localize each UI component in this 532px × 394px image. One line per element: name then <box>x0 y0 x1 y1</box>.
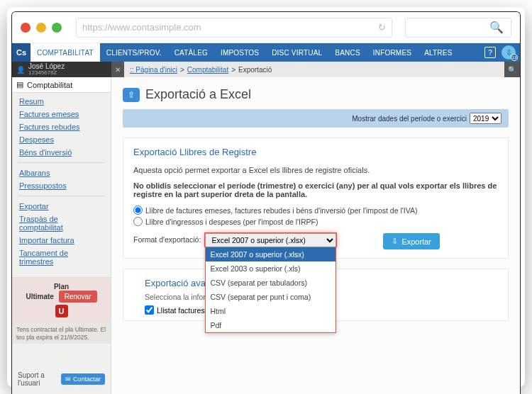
sidebar-title: ▤ Comptabilitat <box>12 77 111 93</box>
page-title-row: ⇧ Exportació a Excel <box>111 77 520 109</box>
support-label: Suport a l'usuari <box>18 371 61 387</box>
opt-pdf[interactable]: Pdf <box>206 318 336 332</box>
nav-informes[interactable]: INFORMES <box>367 43 418 62</box>
side-tancament[interactable]: Tancament de trimestres <box>12 247 111 268</box>
page-title: Exportació a Excel <box>145 87 251 102</box>
panel-llibres: Exportació Llibres de Registre Aquesta o… <box>123 137 509 259</box>
user-block[interactable]: 👤 José López 12345678Z <box>12 62 111 77</box>
format-options-open: Excel 2007 o superior (.xlsx) Excel 2003… <box>205 247 336 333</box>
side-albarans[interactable]: Albarans <box>12 167 111 179</box>
nav-disc[interactable]: DISC VIRTUAL <box>265 43 328 62</box>
period-select[interactable]: 2019 <box>470 113 501 124</box>
period-label: Mostrar dades del període o exercici <box>352 115 467 123</box>
export-button[interactable]: ⇩ Exportar <box>383 233 440 249</box>
chk-llistat[interactable] <box>145 305 154 315</box>
renew-button[interactable]: Renovar <box>59 291 97 303</box>
plan-badge: U <box>55 305 68 317</box>
side-pressupostos[interactable]: Pressupostos <box>12 179 111 192</box>
side-factures-emeses[interactable]: Factures emeses <box>12 108 111 120</box>
url-text: https://www.contasimple.com <box>82 22 201 33</box>
section1-title: Exportació Llibres de Registre <box>133 147 498 157</box>
mail-icon: ✉ <box>65 376 71 383</box>
period-bar: Mostrar dades del període o exercici 201… <box>123 109 509 128</box>
contact-button[interactable]: ✉ Contactar <box>61 373 105 385</box>
side-factures-rebudes[interactable]: Factures rebudes <box>12 120 111 133</box>
side-importar[interactable]: Importar factura <box>12 234 111 247</box>
top-nav: Cs COMPTABILITAT CLIENTS/PROV. CATÀLEG I… <box>12 43 520 62</box>
format-dropdown[interactable]: Excel 2007 o superior (.xlsx) Excel 2007… <box>205 233 336 247</box>
avatar[interactable]: ⇩ 13 <box>501 45 516 60</box>
radio-irpf-label: Llibre d'ingressos i despeses (per l'imp… <box>145 218 318 226</box>
nav-clients[interactable]: CLIENTS/PROV. <box>100 43 168 62</box>
opt-csv-semicolon[interactable]: CSV (separat per punt i coma) <box>206 290 336 304</box>
browser-chrome: https://www.contasimple.com ↻ 🔍 <box>12 12 520 43</box>
nav-bancs[interactable]: BANCS <box>328 43 366 62</box>
search-icon: 🔍 <box>489 21 504 34</box>
nav-comptabilitat[interactable]: COMPTABILITAT <box>31 43 100 62</box>
window-close-dot[interactable] <box>21 23 31 33</box>
side-bens[interactable]: Béns d'inversió <box>12 146 111 159</box>
download-icon: ⇩ <box>392 237 398 246</box>
format-label: Format d'exportació: <box>133 233 201 244</box>
logo[interactable]: Cs <box>12 43 31 62</box>
avatar-badge: 13 <box>511 54 518 61</box>
section1-bold: No oblidis seleccionar el període (trime… <box>133 181 497 198</box>
breadcrumb-root[interactable]: :: Pàgina d'inici <box>130 66 177 74</box>
window-min-dot[interactable] <box>36 23 46 33</box>
format-select[interactable]: Excel 2007 o superior (.xlsx) <box>205 233 336 247</box>
side-exportar[interactable]: Exportar <box>12 200 111 213</box>
user-icon: 👤 <box>16 66 25 74</box>
breadcrumb: :: Pàgina d'inici > Comptabilitat > Expo… <box>124 62 504 77</box>
radio-iva[interactable] <box>133 206 143 215</box>
side-resum[interactable]: Resum <box>12 95 111 108</box>
nav-cataleg[interactable]: CATÀLEG <box>168 43 214 62</box>
browser-search[interactable]: 🔍 <box>405 18 511 38</box>
side-traspas[interactable]: Traspàs de comptabilitat <box>12 213 111 234</box>
radio-irpf[interactable] <box>133 217 143 226</box>
user-id: 12345678Z <box>28 70 65 76</box>
side-despeses[interactable]: Despeses <box>12 133 111 146</box>
opt-csv-tab[interactable]: CSV (separat per tabuladors) <box>206 276 336 290</box>
sidebar: ▤ Comptabilitat Resum Factures emeses Fa… <box>12 77 111 394</box>
breadcrumb-mid[interactable]: Comptabilitat <box>187 66 228 74</box>
reload-icon[interactable]: ↻ <box>378 22 386 33</box>
subbar-search-icon[interactable]: 🔍 <box>504 62 520 77</box>
support-box: Suport a l'usuari ✉ Contactar <box>12 364 111 394</box>
nav-altres[interactable]: ALTRES <box>418 43 458 62</box>
cloud-upload-icon: ⇧ <box>123 88 140 102</box>
sub-bar: 👤 José López 12345678Z ✕ :: Pàgina d'ini… <box>12 62 520 77</box>
section1-intro: Aquesta opció permet exportar a Excel el… <box>133 166 498 174</box>
plan-note: Tens contractat el pla Ultimate. El teu … <box>12 323 111 344</box>
opt-html[interactable]: Html <box>206 304 336 318</box>
url-bar[interactable]: https://www.contasimple.com ↻ <box>76 18 392 38</box>
doc-icon: ▤ <box>16 80 23 89</box>
breadcrumb-leaf: Exportació <box>238 66 272 74</box>
opt-xlsx[interactable]: Excel 2007 o superior (.xlsx) <box>206 247 336 261</box>
nav-impostos[interactable]: IMPOSTOS <box>214 43 265 62</box>
main: ⇧ Exportació a Excel Mostrar dades del p… <box>111 77 520 394</box>
window-max-dot[interactable] <box>52 23 62 33</box>
help-icon[interactable]: ? <box>484 47 496 58</box>
radio-iva-label: Llibre de factures emeses, factures rebu… <box>145 206 417 215</box>
opt-xls[interactable]: Excel 2003 o superior (.xls) <box>206 261 336 276</box>
user-close-icon[interactable]: ✕ <box>111 62 124 77</box>
plan-box: PlanUltimate Renovar U <box>12 277 111 323</box>
